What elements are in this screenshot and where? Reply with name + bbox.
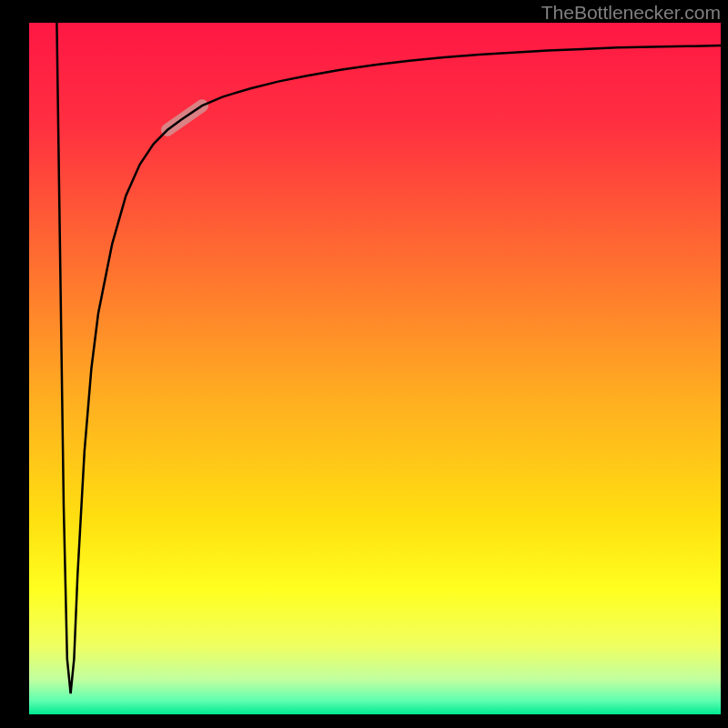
chart-container — [0, 0, 728, 728]
chart-svg — [0, 0, 728, 728]
watermark-text: TheBottlenecker.com — [541, 2, 721, 24]
gradient-background — [29, 23, 721, 714]
